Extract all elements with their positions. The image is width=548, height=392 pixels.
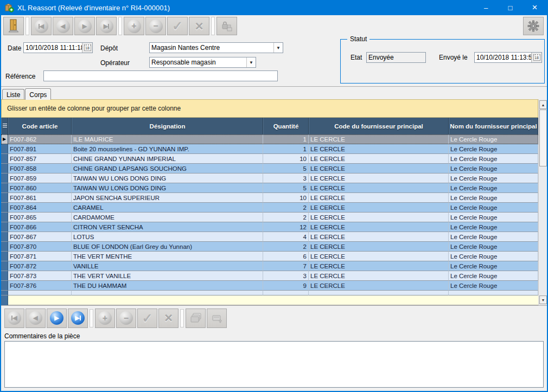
tab-liste[interactable]: Liste (2, 89, 24, 100)
cell-supplier-code[interactable]: LE CERCLE (309, 193, 449, 203)
cell-supplier-name[interactable]: Le Cercle Rouge (449, 193, 538, 203)
cell-designation[interactable]: TAIWAN WU LONG DONG DING (72, 183, 263, 193)
cell-code[interactable]: F007-861 (8, 193, 72, 203)
cell-supplier-code[interactable]: LE CERCLE (309, 261, 449, 271)
cell-designation[interactable]: Boite 20 mousselines - GD YUNNAN IMP. (72, 144, 263, 154)
cell-code[interactable]: F007-876 (8, 281, 72, 291)
cell-qty[interactable]: 3 (263, 271, 309, 281)
cell-qty[interactable]: 2 (263, 242, 309, 252)
cell-supplier-code[interactable]: LE CERCLE (309, 173, 449, 183)
row-indicator[interactable] (1, 203, 8, 213)
column-header-supplier-name[interactable]: Nom du fournisseur principal (449, 118, 538, 134)
cell-supplier-code[interactable]: LE CERCLE (309, 203, 449, 213)
row-indicator[interactable] (1, 213, 8, 222)
cell-qty[interactable]: 1 (263, 134, 309, 144)
cell-qty[interactable]: 2 (263, 203, 309, 213)
cell-code[interactable]: F007-862 (8, 134, 72, 144)
cell-supplier-code[interactable]: LE CERCLE (309, 213, 449, 222)
settings-button[interactable] (523, 17, 544, 35)
cell-qty[interactable]: 4 (263, 232, 309, 242)
cell-code[interactable]: F007-891 (8, 144, 72, 154)
cell-designation[interactable]: CITRON VERT SENCHA (72, 222, 263, 232)
tab-corps[interactable]: Corps (25, 88, 51, 100)
cell-code[interactable]: F007-857 (8, 154, 72, 164)
cell-supplier-name[interactable]: Le Cercle Rouge (449, 261, 538, 271)
cell-designation[interactable]: CHINE GRAND YUNNAN IMPERIAL (72, 154, 263, 164)
cell-supplier-code[interactable]: LE CERCLE (309, 144, 449, 154)
cell-supplier-name[interactable]: Le Cercle Rouge (449, 252, 538, 261)
cell-qty[interactable]: 2 (263, 213, 309, 222)
cell-designation[interactable]: LOTUS (72, 232, 263, 242)
cell-qty[interactable]: 7 (263, 261, 309, 271)
calendar-icon[interactable]: 18 (82, 43, 92, 53)
cell-designation[interactable]: TAIWAN WU LONG DONG DING (72, 173, 263, 183)
table-row[interactable]: F007-891Boite 20 mousselines - GD YUNNAN… (1, 144, 538, 154)
scroll-down-icon[interactable]: ▼ (539, 295, 547, 304)
cell-code[interactable]: F007-873 (8, 271, 72, 281)
cell-qty[interactable]: 12 (263, 222, 309, 232)
column-header-supplier-code[interactable]: Code du fournisseur principal (309, 118, 449, 134)
cell-qty[interactable]: 10 (263, 193, 309, 203)
table-row[interactable]: F007-871THE VERT MENTHE6LE CERCLELe Cerc… (1, 252, 538, 261)
cell-qty[interactable]: 9 (263, 281, 309, 291)
cell-supplier-code[interactable]: LE CERCLE (309, 232, 449, 242)
cell-designation[interactable]: VANILLE (72, 261, 263, 271)
cell-supplier-name[interactable]: Le Cercle Rouge (449, 144, 538, 154)
cell-designation[interactable]: CARDAMOME (72, 213, 263, 222)
row-indicator[interactable] (1, 242, 8, 252)
cell-supplier-code[interactable]: LE CERCLE (309, 164, 449, 173)
cell-supplier-name[interactable]: Le Cercle Rouge (449, 134, 538, 144)
column-header-qty[interactable]: Quantité (263, 118, 309, 134)
table-row[interactable]: F007-857CHINE GRAND YUNNAN IMPERIAL10LE … (1, 154, 538, 164)
row-indicator[interactable] (1, 144, 8, 154)
cell-code[interactable]: F007-870 (8, 242, 72, 252)
table-row[interactable]: F007-858CHINE GRAND LAPSANG SOUCHONG5LE … (1, 164, 538, 173)
group-by-panel[interactable]: Glisser un entête de colonne pour groupe… (1, 99, 538, 118)
row-indicator[interactable] (1, 252, 8, 261)
cell-supplier-code[interactable]: LE CERCLE (309, 183, 449, 193)
cell-supplier-code[interactable]: LE CERCLE (309, 281, 449, 291)
cell-designation[interactable]: THE DU HAMMAM (72, 281, 263, 291)
table-row[interactable]: F007-859TAIWAN WU LONG DONG DING3LE CERC… (1, 173, 538, 183)
cell-designation[interactable]: CARAMEL (72, 203, 263, 213)
table-row[interactable]: F007-873THE VERT VANILLE3LE CERCLELe Cer… (1, 271, 538, 281)
row-indicator[interactable] (1, 164, 8, 173)
cell-supplier-code[interactable]: LE CERCLE (309, 222, 449, 232)
chevron-down-icon[interactable]: ▼ (246, 57, 256, 67)
cell-supplier-name[interactable]: Le Cercle Rouge (449, 232, 538, 242)
cell-supplier-name[interactable]: Le Cercle Rouge (449, 164, 538, 173)
envoye-le-field[interactable]: 10/10/2018 11:13:59 18 (474, 52, 542, 63)
row-indicator[interactable] (1, 281, 8, 291)
maximize-button[interactable]: □ (498, 0, 522, 15)
row-last-button[interactable]: ▶ (68, 309, 88, 328)
cell-supplier-code[interactable]: LE CERCLE (309, 271, 449, 281)
calendar-icon[interactable]: 18 (531, 53, 541, 62)
cell-supplier-code[interactable]: LE CERCLE (309, 242, 449, 252)
cell-designation[interactable]: THE VERT MENTHE (72, 252, 263, 261)
row-indicator[interactable] (1, 261, 8, 271)
cell-qty[interactable]: 1 (263, 144, 309, 154)
row-next-button[interactable]: ▶ (47, 309, 67, 328)
table-row[interactable]: F007-865CARDAMOME2LE CERCLELe Cercle Rou… (1, 213, 538, 222)
cell-supplier-name[interactable]: Le Cercle Rouge (449, 281, 538, 291)
cell-code[interactable]: F007-866 (8, 222, 72, 232)
row-indicator[interactable] (1, 154, 8, 164)
cell-supplier-name[interactable]: Le Cercle Rouge (449, 203, 538, 213)
operateur-select[interactable]: Responsable magasin ▼ (149, 57, 256, 68)
cell-supplier-name[interactable]: Le Cercle Rouge (449, 271, 538, 281)
table-row[interactable]: F007-860TAIWAN WU LONG DONG DING5LE CERC… (1, 183, 538, 193)
row-indicator[interactable] (1, 183, 8, 193)
cell-code[interactable]: F007-865 (8, 213, 72, 222)
cell-supplier-code[interactable]: LE CERCLE (309, 252, 449, 261)
cell-designation[interactable]: ILE MAURICE (72, 134, 263, 144)
cell-designation[interactable]: CHINE GRAND LAPSANG SOUCHONG (72, 164, 263, 173)
scroll-up-icon[interactable]: ▲ (539, 100, 547, 109)
cell-code[interactable]: F007-859 (8, 173, 72, 183)
cell-code[interactable]: F007-872 (8, 261, 72, 271)
grid-new-row-strip[interactable] (1, 295, 538, 305)
table-row[interactable]: F007-864CARAMEL2LE CERCLELe Cercle Rouge (1, 203, 538, 213)
cell-code[interactable]: F007-871 (8, 252, 72, 261)
cell-code[interactable]: F007-860 (8, 183, 72, 193)
cell-supplier-name[interactable]: Le Cercle Rouge (449, 173, 538, 183)
table-row[interactable]: F007-872VANILLE7LE CERCLELe Cercle Rouge (1, 261, 538, 271)
